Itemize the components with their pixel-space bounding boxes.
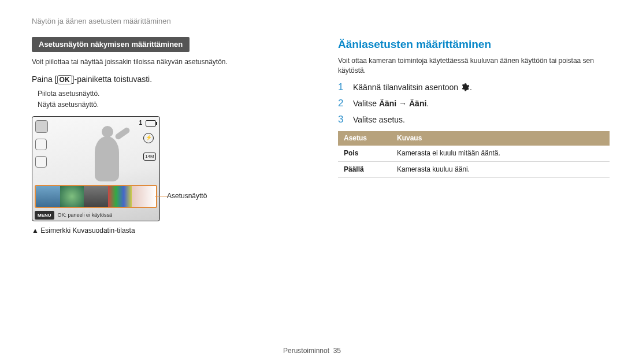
step-2: 2 Valitse Ääni → Ääni.: [338, 98, 610, 110]
step-bold: Ääni: [379, 99, 396, 108]
page-footer: Perustoiminnot 35: [0, 346, 624, 356]
page-header: Näytön ja äänen asetusten määrittäminen: [32, 16, 592, 27]
osd-top: 1: [139, 119, 156, 127]
section-subbar: Asetusnäytön näkymisen määrittäminen: [32, 37, 190, 52]
bullet-hide: Piilota asetusnäyttö.: [38, 89, 303, 99]
step-bold: Ääni: [409, 99, 426, 108]
record-icon: [35, 156, 47, 168]
press-instruction: Paina [OK]-painiketta toistuvasti.: [32, 74, 303, 86]
menu-chip: MENU: [35, 211, 54, 220]
size-icon: 14M: [143, 153, 156, 161]
step-text: Valitse asetus.: [353, 114, 405, 126]
ok-chip: OK: [57, 75, 72, 84]
gear-icon: [460, 83, 470, 92]
step-number: 2: [338, 98, 346, 110]
step-text: Käännä tilanvalitsin asentoon .: [353, 82, 472, 94]
osd-left-icons: [35, 120, 48, 168]
section-desc: Voit piilottaa tai näyttää joissakin til…: [32, 57, 303, 67]
step-1: 1 Käännä tilanvalitsin asentoon .: [338, 82, 610, 94]
thumb-2: [60, 186, 84, 207]
step-text: Valitse Ääni → Ääni.: [353, 98, 429, 110]
table-cell-key: Päällä: [338, 161, 391, 177]
table-cell-value: Kamerasta ei kuulu mitään ääntä.: [391, 146, 610, 161]
footer-page: 35: [333, 347, 341, 355]
osd-right-icons: ⚡ 14M: [143, 133, 156, 161]
thumb-4: [108, 186, 132, 207]
step-prefix: Käännä tilanvalitsin asentoon: [353, 83, 460, 92]
table-header-setting: Asetus: [338, 131, 391, 146]
callout-label: Asetusnäyttö: [167, 191, 207, 201]
camera-screen: 1 ⚡ 14M: [32, 116, 160, 221]
thumb-3: [84, 186, 108, 207]
footer-section: Perustoiminnot: [283, 347, 329, 355]
step-prefix: Valitse: [353, 99, 379, 108]
press-prefix: Paina [: [32, 75, 57, 84]
table-cell-key: Pois: [338, 146, 391, 161]
table-row: Päällä Kamerasta kuuluu ääni.: [338, 161, 610, 177]
bullet-show: Näytä asetusnäyttö.: [38, 100, 303, 110]
table-header-desc: Kuvaus: [391, 131, 610, 146]
camera-icon: [35, 139, 47, 150]
silhouette-graphic: [86, 126, 126, 190]
options-table: Asetus Kuvaus Pois Kamerasta ei kuulu mi…: [338, 131, 610, 177]
table-cell-value: Kamerasta kuuluu ääni.: [391, 161, 610, 177]
filter-thumbnail-row: [35, 185, 157, 208]
osd-bottom-text: OK: paneeli ei käytössä: [58, 211, 113, 219]
battery-icon: [146, 120, 156, 127]
mode-icon: [35, 120, 48, 133]
section-title: Ääniasetusten määrittäminen: [338, 37, 610, 53]
step-number: 1: [338, 82, 346, 94]
figure-caption: ▲ Esimerkki Kuvasuodatin-tilasta: [32, 226, 303, 236]
table-row: Pois Kamerasta ei kuulu mitään ääntä.: [338, 146, 610, 161]
press-suffix: ]-painiketta toistuvasti.: [72, 75, 153, 84]
osd-count: 1: [139, 119, 142, 127]
flash-icon: ⚡: [143, 133, 154, 143]
step-suffix: .: [426, 99, 429, 108]
step-suffix: .: [470, 83, 472, 92]
step-3: 3 Valitse asetus.: [338, 114, 610, 126]
thumb-5: [132, 186, 156, 207]
osd-bottom-bar: MENU OK: paneeli ei käytössä: [35, 210, 157, 220]
step-number: 3: [338, 114, 346, 126]
thumb-1: [36, 186, 60, 207]
section-desc-right: Voit ottaa kameran toimintoja käytettäes…: [338, 56, 610, 76]
arrow-icon: →: [396, 99, 409, 108]
